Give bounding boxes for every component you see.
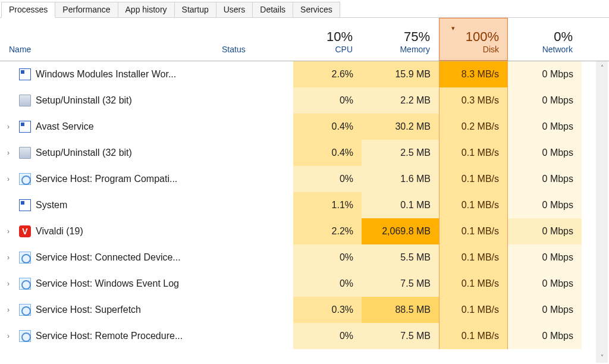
tab-users[interactable]: Users: [216, 2, 253, 17]
process-memory: 1.6 MB: [362, 166, 439, 192]
col-header-disk-label: Disk: [448, 45, 499, 54]
process-memory: 7.5 MB: [362, 323, 439, 349]
process-status: [213, 87, 293, 114]
process-network: 0 Mbps: [508, 61, 582, 87]
col-header-memory-label: Memory: [371, 45, 430, 54]
gear-icon: [17, 244, 33, 271]
process-memory: 5.5 MB: [362, 244, 439, 271]
process-name: Vivaldi (19): [33, 218, 213, 244]
process-row[interactable]: ›Service Host: Program Compati...0%1.6 M…: [0, 166, 595, 192]
process-cpu: 1.1%: [293, 192, 362, 218]
process-disk: 0.2 MB/s: [439, 114, 508, 140]
expand-toggle[interactable]: ›: [0, 323, 17, 349]
scroll-down-button[interactable]: ˅: [596, 351, 608, 363]
col-header-status[interactable]: Status: [213, 18, 293, 61]
process-row[interactable]: ›Service Host: Remote Procedure...0%7.5 …: [0, 323, 595, 349]
process-memory: 2.2 MB: [362, 87, 439, 114]
gear-icon: [17, 297, 33, 323]
vivaldi-icon: [17, 218, 33, 244]
col-header-status-label: Status: [222, 45, 284, 54]
process-network: 0 Mbps: [508, 140, 582, 166]
process-disk: 0.1 MB/s: [439, 218, 508, 244]
process-row[interactable]: ›Vivaldi (19)2.2%2,069.8 MB0.1 MB/s0 Mbp…: [0, 218, 595, 244]
process-row[interactable]: ›Service Host: Superfetch0.3%88.5 MB0.1 …: [0, 297, 595, 323]
process-disk: 0.1 MB/s: [439, 166, 508, 192]
process-cpu: 0%: [293, 87, 362, 114]
vertical-scrollbar[interactable]: ˄ ˅: [596, 61, 608, 363]
col-header-network-pct: 0%: [517, 29, 573, 45]
process-disk: 0.3 MB/s: [439, 87, 508, 114]
app-icon: [17, 114, 33, 140]
process-disk: 0.1 MB/s: [439, 323, 508, 349]
process-network: 0 Mbps: [508, 323, 582, 349]
process-network: 0 Mbps: [508, 297, 582, 323]
col-header-cpu[interactable]: 10% CPU: [293, 18, 362, 61]
process-network: 0 Mbps: [508, 271, 582, 297]
process-name: Service Host: Remote Procedure...: [33, 323, 213, 349]
column-header-row: Name Status 10% CPU 75% Memory ▾ 100% Di…: [0, 18, 609, 61]
col-header-disk[interactable]: ▾ 100% Disk: [439, 18, 508, 61]
process-row[interactable]: ›Service Host: Windows Event Log0%7.5 MB…: [0, 271, 595, 297]
process-disk: 8.3 MB/s: [439, 61, 508, 87]
gear-icon: [17, 271, 33, 297]
expand-toggle[interactable]: ›: [0, 271, 17, 297]
app-icon: [17, 61, 33, 87]
process-name: Service Host: Program Compati...: [33, 166, 213, 192]
col-header-disk-pct: 100%: [448, 29, 499, 45]
tab-app-history[interactable]: App history: [118, 2, 175, 17]
process-cpu: 0%: [293, 166, 362, 192]
expand-toggle: [0, 87, 17, 114]
col-header-name[interactable]: Name: [0, 18, 213, 61]
process-cpu: 0%: [293, 244, 362, 271]
tab-details[interactable]: Details: [252, 2, 293, 17]
process-disk: 0.1 MB/s: [439, 244, 508, 271]
process-disk: 0.1 MB/s: [439, 140, 508, 166]
tab-startup[interactable]: Startup: [174, 2, 216, 17]
process-network: 0 Mbps: [508, 114, 582, 140]
process-cpu: 2.6%: [293, 61, 362, 87]
expand-toggle[interactable]: ›: [0, 297, 17, 323]
process-status: [213, 244, 293, 271]
col-header-memory-pct: 75%: [371, 29, 430, 45]
gear-icon: [17, 323, 33, 349]
process-memory: 30.2 MB: [362, 114, 439, 140]
process-memory: 2,069.8 MB: [362, 218, 439, 244]
process-row[interactable]: System1.1%0.1 MB0.1 MB/s0 Mbps: [0, 192, 595, 218]
process-network: 0 Mbps: [508, 218, 582, 244]
process-name: Avast Service: [33, 114, 213, 140]
process-row[interactable]: Setup/Uninstall (32 bit)0%2.2 MB0.3 MB/s…: [0, 87, 595, 114]
expand-toggle: [0, 61, 17, 87]
process-status: [213, 166, 293, 192]
expand-toggle[interactable]: ›: [0, 218, 17, 244]
process-name: System: [33, 192, 213, 218]
expand-toggle[interactable]: ›: [0, 244, 17, 271]
process-memory: 0.1 MB: [362, 192, 439, 218]
process-disk: 0.1 MB/s: [439, 297, 508, 323]
process-row[interactable]: ›Avast Service0.4%30.2 MB0.2 MB/s0 Mbps: [0, 114, 595, 140]
process-status: [213, 114, 293, 140]
scroll-up-button[interactable]: ˄: [596, 61, 608, 73]
process-memory: 15.9 MB: [362, 61, 439, 87]
process-network: 0 Mbps: [508, 166, 582, 192]
process-name: Service Host: Superfetch: [33, 297, 213, 323]
process-name: Service Host: Windows Event Log: [33, 271, 213, 297]
expand-toggle[interactable]: ›: [0, 140, 17, 166]
process-status: [213, 218, 293, 244]
process-cpu: 0%: [293, 271, 362, 297]
process-row[interactable]: Windows Modules Installer Wor...2.6%15.9…: [0, 61, 595, 87]
expand-toggle: [0, 192, 17, 218]
process-row[interactable]: ›Setup/Uninstall (32 bit)0.4%2.5 MB0.1 M…: [0, 140, 595, 166]
process-cpu: 0.4%: [293, 140, 362, 166]
expand-toggle[interactable]: ›: [0, 166, 17, 192]
process-row[interactable]: ›Service Host: Connected Device...0%5.5 …: [0, 244, 595, 271]
col-header-cpu-pct: 10%: [302, 29, 353, 45]
col-header-memory[interactable]: 75% Memory: [362, 18, 439, 61]
tab-performance[interactable]: Performance: [55, 2, 118, 17]
process-name: Setup/Uninstall (32 bit): [33, 140, 213, 166]
expand-toggle[interactable]: ›: [0, 114, 17, 140]
tab-processes[interactable]: Processes: [1, 2, 55, 18]
tab-services[interactable]: Services: [293, 2, 340, 17]
process-name: Service Host: Connected Device...: [33, 244, 213, 271]
col-header-network[interactable]: 0% Network: [508, 18, 582, 61]
process-memory: 7.5 MB: [362, 271, 439, 297]
